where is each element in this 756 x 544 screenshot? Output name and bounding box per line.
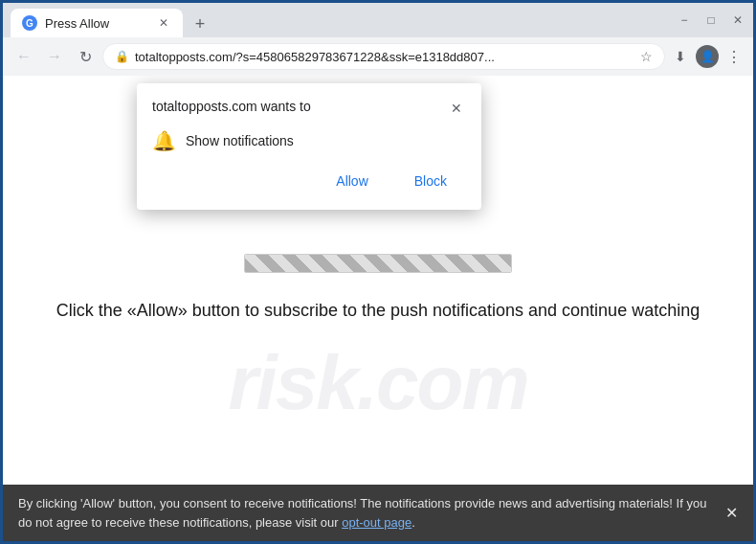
lock-icon: 🔒 <box>115 50 129 63</box>
title-bar: G Press Allow ✕ + − □ ✕ <box>3 3 753 37</box>
back-button[interactable]: ← <box>11 43 37 70</box>
star-icon[interactable]: ☆ <box>640 49 653 64</box>
progress-bar <box>244 254 512 273</box>
popup-header: totaltopposts.com wants to ✕ <box>152 99 466 118</box>
tab-title: Press Allow <box>45 16 148 31</box>
page-content: risk risk.com Click the «Allow» button t… <box>3 76 753 485</box>
profile-icon[interactable]: 👤 <box>696 45 719 68</box>
address-bar[interactable]: 🔒 totaltopposts.com/?s=45806582978367122… <box>102 43 665 70</box>
progress-bar-stripes <box>245 255 511 272</box>
minimize-button[interactable]: − <box>677 12 692 28</box>
forward-button[interactable]: → <box>41 43 68 70</box>
tab-close-button[interactable]: ✕ <box>156 15 171 31</box>
window-controls: − □ ✕ <box>677 12 745 28</box>
bottom-bar-suffix: . <box>411 515 415 530</box>
nav-bar: ← → ↻ 🔒 totaltopposts.com/?s=45806582978… <box>3 37 753 76</box>
popup-close-button[interactable]: ✕ <box>447 99 466 118</box>
popup-buttons: Allow Block <box>152 168 466 194</box>
bottom-notification-bar: By clicking 'Allow' button, you consent … <box>3 485 753 541</box>
close-button[interactable]: ✕ <box>730 12 745 28</box>
progress-area <box>244 254 512 273</box>
bottom-bar-text: By clicking 'Allow' button, you consent … <box>18 494 714 532</box>
bell-icon: 🔔 <box>152 129 176 152</box>
notification-label: Show notifications <box>186 133 294 148</box>
active-tab[interactable]: G Press Allow ✕ <box>11 9 183 37</box>
click-instruction: Click the «Allow» button to subscribe to… <box>43 301 713 321</box>
menu-button[interactable]: ⋮ <box>723 48 745 66</box>
allow-button[interactable]: Allow <box>317 168 387 194</box>
new-tab-button[interactable]: + <box>187 11 213 37</box>
opt-out-link[interactable]: opt-out page <box>342 515 411 530</box>
reload-button[interactable]: ↻ <box>72 43 99 70</box>
tab-favicon: G <box>22 15 37 31</box>
block-button[interactable]: Block <box>395 168 466 194</box>
maximize-button[interactable]: □ <box>703 12 719 28</box>
browser-window: G Press Allow ✕ + − □ ✕ ← → ↻ 🔒 totaltop… <box>3 3 753 541</box>
popup-title: totaltopposts.com wants to <box>152 99 311 114</box>
watermark-bottom: risk.com <box>228 339 527 427</box>
url-text: totaltopposts.com/?s=458065829783671228&… <box>135 50 634 64</box>
permission-popup: totaltopposts.com wants to ✕ 🔔 Show noti… <box>137 83 481 210</box>
download-icon[interactable]: ⬇ <box>669 45 692 68</box>
bottom-bar-close-button[interactable]: ✕ <box>725 502 738 525</box>
tab-area: G Press Allow ✕ + <box>11 3 669 37</box>
notification-row: 🔔 Show notifications <box>152 129 466 152</box>
